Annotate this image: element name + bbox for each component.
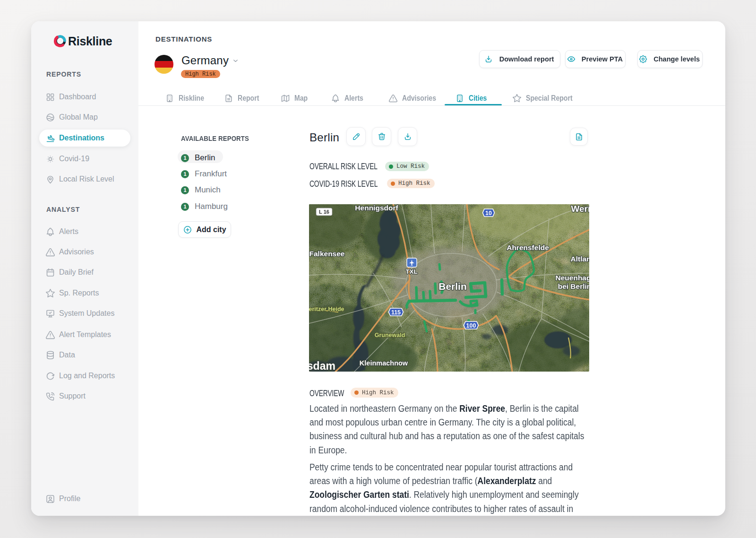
svg-text:100: 100 [466, 322, 476, 329]
svg-text:Berlin: Berlin [438, 281, 467, 292]
svg-text:115: 115 [391, 309, 401, 316]
svg-text:bei Berlin: bei Berlin [558, 282, 589, 290]
svg-text:Hennigsdorf: Hennigsdorf [355, 204, 398, 212]
svg-text:Falkensee: Falkensee [309, 250, 345, 258]
svg-text:Kleinmachnow: Kleinmachnow [360, 359, 408, 367]
svg-text:10: 10 [485, 210, 492, 217]
svg-text:Wern: Wern [571, 204, 589, 214]
svg-text:Neuenhag: Neuenhag [556, 274, 589, 282]
svg-text:Grunewald: Grunewald [375, 332, 405, 338]
svg-text:TXL: TXL [405, 268, 418, 275]
svg-text:Ahrensfelde: Ahrensfelde [507, 243, 549, 252]
svg-text:Altlan: Altlan [570, 255, 589, 263]
svg-text:eritzer Heide: eritzer Heide [309, 306, 344, 312]
svg-text:tsdam: tsdam [309, 360, 335, 372]
svg-text:L 16: L 16 [319, 209, 329, 215]
